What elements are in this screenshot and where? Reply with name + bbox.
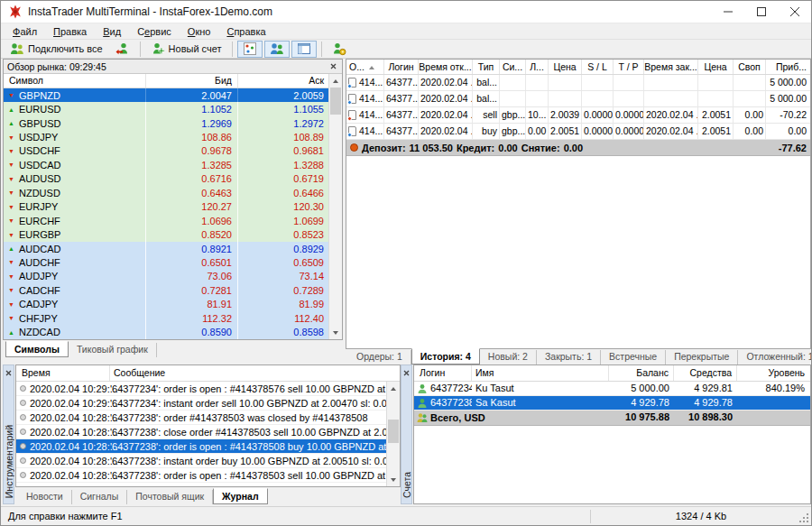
- market-watch-row[interactable]: NZDCAD 0.8590 0.8598: [4, 325, 342, 338]
- tab[interactable]: Встречные: [601, 350, 666, 365]
- deposit-label: Депозит:: [362, 143, 406, 153]
- scroll-down-icon[interactable]: [329, 327, 342, 338]
- market-watch-row[interactable]: GBPNZD 2.0047 2.0059: [4, 88, 342, 102]
- minimize-button[interactable]: [711, 1, 744, 23]
- column-header-time[interactable]: Время: [16, 365, 110, 381]
- market-watch-toggle-button[interactable]: [237, 41, 263, 58]
- column-header[interactable]: Тип: [473, 60, 500, 74]
- maximize-button[interactable]: [744, 1, 778, 23]
- close-button[interactable]: [778, 1, 811, 23]
- account-row[interactable]: 64377238 Sa Kasut 4 929.78 4 929.78: [414, 396, 810, 411]
- resize-grip[interactable]: [799, 513, 808, 522]
- column-header[interactable]: Цена: [698, 60, 734, 74]
- close-icon[interactable]: [328, 61, 338, 72]
- tab[interactable]: Новости: [18, 490, 72, 504]
- toolbox-toggle-button[interactable]: [291, 41, 317, 58]
- order-row[interactable]: 414... 64377... 2020.02.04 ... bal... 5 …: [346, 75, 810, 91]
- scrollbar[interactable]: [386, 382, 400, 486]
- connect-all-button[interactable]: Подключить все: [5, 41, 108, 58]
- market-watch-row[interactable]: USDCAD 1.3285 1.3288: [4, 158, 342, 171]
- scroll-down-icon[interactable]: [387, 474, 400, 485]
- tab[interactable]: Ордеры: 1: [348, 350, 411, 365]
- disconnect-button[interactable]: [110, 41, 135, 58]
- tab[interactable]: Символы: [5, 341, 69, 357]
- market-watch-row[interactable]: AUDCAD 0.8921 0.8929: [4, 242, 342, 255]
- tab[interactable]: Новый: 2: [480, 350, 537, 365]
- market-watch-row[interactable]: CHFJPY 112.32 112.40: [4, 311, 342, 325]
- order-row[interactable]: 414... 64377... 2020.02.04 ... bal... 5 …: [346, 91, 810, 107]
- journal-row[interactable]: 2020.02.04 10:28:... '64377238': order #…: [16, 411, 386, 425]
- scroll-up-icon[interactable]: [329, 75, 342, 87]
- column-header-balance[interactable]: Баланс: [609, 365, 674, 381]
- scrollbar-thumb[interactable]: [388, 420, 399, 443]
- market-watch-row[interactable]: EURGBP 0.8520 0.8523: [4, 227, 342, 241]
- column-header-name[interactable]: Имя: [472, 365, 609, 381]
- ask-value: 112.40: [238, 311, 342, 325]
- trend-icon: [7, 232, 15, 238]
- menu-item[interactable]: Справка: [218, 25, 273, 38]
- tab[interactable]: Почтовый ящик: [127, 490, 213, 504]
- menu-item[interactable]: Правка: [45, 25, 95, 38]
- orders-header: О...ЛогинВремя отк...ТипСи...Л...ЦенаS /…: [346, 60, 810, 75]
- column-header[interactable]: Своп: [734, 60, 766, 74]
- menu-item[interactable]: Окно: [180, 25, 219, 38]
- column-header-bid[interactable]: Бид: [146, 74, 238, 88]
- order-row[interactable]: 414... 64377... 2020.02.04 ... buy gbp..…: [346, 124, 810, 140]
- order-row[interactable]: 414... 64377... 2020.02.04 ... sell gbp.…: [346, 107, 810, 124]
- account-row[interactable]: 64377234 Ku Tasut 5 000.00 4 929.81 840.…: [414, 382, 810, 396]
- column-header-message[interactable]: Сообщение: [110, 365, 400, 381]
- market-watch-row[interactable]: GBPUSD 1.2969 1.2972: [4, 116, 342, 130]
- journal-row[interactable]: 2020.02.04 10:28:... '64377238': instant…: [16, 454, 386, 468]
- column-header[interactable]: S / L: [582, 60, 614, 74]
- column-header[interactable]: О...: [346, 60, 384, 74]
- close-icon[interactable]: [401, 367, 412, 378]
- market-watch-row[interactable]: NZDUSD 0.6463 0.6466: [4, 186, 342, 199]
- journal-row[interactable]: 2020.02.04 10:29:... '64377234': instant…: [16, 396, 386, 411]
- scrollbar[interactable]: [328, 74, 342, 339]
- journal-row[interactable]: 2020.02.04 10:29:... '64377234': order i…: [16, 382, 386, 396]
- column-header[interactable]: Приб...: [766, 60, 810, 74]
- tab[interactable]: Журнал: [213, 488, 267, 504]
- scrollbar-thumb[interactable]: [330, 88, 341, 115]
- market-watch-row[interactable]: USDJPY 108.86 108.89: [4, 130, 342, 143]
- tab[interactable]: Отложенный: 1: [738, 350, 812, 365]
- column-header[interactable]: Время отк...: [419, 60, 473, 74]
- new-account-button[interactable]: Новый счет: [145, 41, 227, 58]
- column-header[interactable]: T / P: [614, 60, 644, 74]
- market-watch-row[interactable]: EURUSD 1.1052 1.1055: [4, 102, 342, 115]
- journal-row[interactable]: 2020.02.04 10:28:... '64377238': order i…: [16, 439, 386, 454]
- column-header-symbol[interactable]: Символ: [4, 74, 146, 88]
- scroll-up-icon[interactable]: [387, 383, 400, 394]
- market-watch-row[interactable]: AUDCHF 0.6501 0.6509: [4, 255, 342, 269]
- tab[interactable]: Перекрытые: [666, 350, 738, 365]
- column-header[interactable]: Л...: [526, 60, 549, 74]
- market-watch-row[interactable]: EURCHF 1.0696 1.0699: [4, 214, 342, 227]
- column-header[interactable]: Цена: [549, 60, 582, 74]
- close-icon[interactable]: [4, 367, 14, 378]
- market-watch-row[interactable]: CADCHF 0.7281 0.7289: [4, 283, 342, 297]
- tab[interactable]: Закрыть: 1: [537, 350, 601, 365]
- market-watch-row[interactable]: EURJPY 120.27 120.30: [4, 200, 342, 214]
- tab[interactable]: Сигналы: [72, 490, 128, 504]
- tab[interactable]: Тиковый график: [69, 343, 157, 357]
- column-header-level[interactable]: Уровень: [737, 365, 810, 381]
- menu-item[interactable]: Файл: [5, 25, 45, 38]
- column-header[interactable]: Время зак...: [644, 60, 698, 74]
- market-watch-row[interactable]: CADJPY 81.91 81.99: [4, 298, 342, 311]
- market-watch-row[interactable]: AUDUSD 0.6716 0.6719: [4, 172, 342, 186]
- market-watch-row[interactable]: AUDJPY 73.06 73.14: [4, 270, 342, 283]
- journal-row[interactable]: 2020.02.04 10:28:... '64377238': close o…: [16, 425, 386, 439]
- column-header-equity[interactable]: Средства: [674, 365, 737, 381]
- column-header-ask[interactable]: Аск: [238, 74, 342, 88]
- column-header[interactable]: Логин: [384, 60, 419, 74]
- account-settings-button[interactable]: [327, 41, 352, 58]
- menu-item[interactable]: Вид: [95, 25, 129, 38]
- column-header-login[interactable]: Логин: [414, 365, 472, 381]
- market-watch-row[interactable]: USDCHF 0.9678 0.9681: [4, 144, 342, 158]
- column-header[interactable]: Си...: [500, 60, 526, 74]
- menu-item[interactable]: Сервис: [129, 25, 180, 38]
- tab[interactable]: История: 4: [411, 348, 480, 365]
- accounts-toggle-button[interactable]: [264, 41, 290, 58]
- journal-row[interactable]: 2020.02.04 10:28:... '64377238': order i…: [16, 468, 386, 483]
- account-row[interactable]: Всего, USD 10 975.88 10 898.30: [414, 411, 810, 426]
